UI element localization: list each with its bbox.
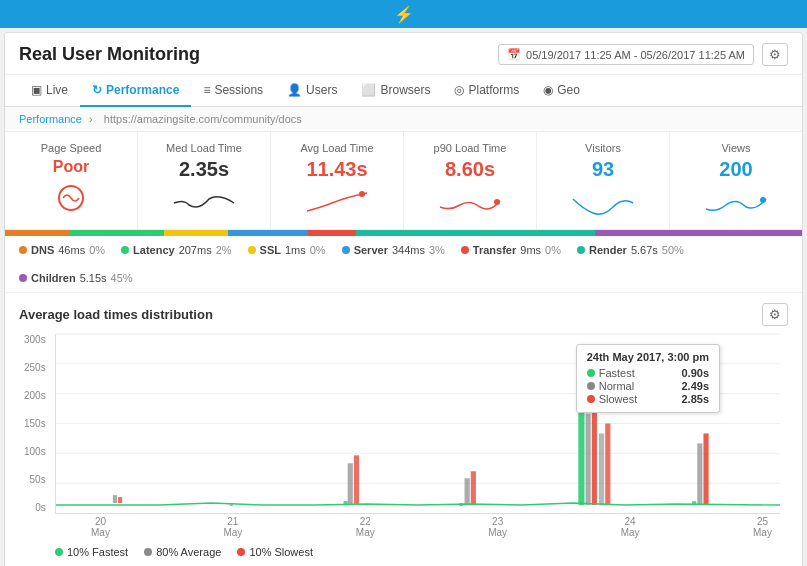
- progress-bar: [5, 230, 802, 236]
- x-label-23: 23May: [488, 516, 507, 538]
- legend-item-children: Children 5.15s 45%: [19, 272, 133, 284]
- sparkline-views: [684, 187, 788, 219]
- chart-legend-dot-slowest: [237, 548, 245, 556]
- chart-title: Average load times distribution: [19, 307, 213, 322]
- metric-views: Views 200: [670, 132, 802, 229]
- svg-point-2: [494, 199, 500, 205]
- legend-val: 1ms: [285, 244, 306, 256]
- tooltip-dot-slowest: [587, 395, 595, 403]
- legend-name: Children: [31, 272, 76, 284]
- sessions-icon: ≡: [203, 83, 210, 97]
- legend-row: DNS 46ms 0% Latency 207ms 2% SSL 1ms 0% …: [5, 236, 802, 293]
- tooltip-label-fastest: Fastest: [599, 367, 635, 379]
- legend-dot: [121, 246, 129, 254]
- sparkline-avg-load: [285, 187, 389, 219]
- legend-dot: [19, 274, 27, 282]
- x-label-20: 20May: [91, 516, 110, 538]
- metric-value-visitors: 93: [551, 158, 655, 181]
- legend-val: 5.15s: [80, 272, 107, 284]
- tooltip-row-slowest: Slowest 2.85s: [587, 393, 709, 405]
- tab-users[interactable]: 👤 Users: [275, 75, 349, 107]
- y-labels: 300s 250s 200s 150s 100s 50s 0s: [24, 334, 46, 513]
- breadcrumb: Performance › https://amazingsite.com/co…: [5, 107, 802, 132]
- legend-name: Latency: [133, 244, 175, 256]
- svg-rect-11: [118, 497, 122, 503]
- tab-live[interactable]: ▣ Live: [19, 75, 80, 107]
- legend-name: DNS: [31, 244, 54, 256]
- legend-item-transfer: Transfer 9ms 0%: [461, 244, 561, 256]
- chart-legend-fastest: 10% Fastest: [55, 546, 128, 558]
- svg-point-3: [760, 197, 766, 203]
- tooltip-label-slowest: Slowest: [599, 393, 638, 405]
- metric-value-views: 200: [684, 158, 788, 181]
- svg-rect-21: [592, 404, 597, 505]
- lightning-icon: ⚡: [394, 5, 414, 24]
- nav-tabs: ▣ Live ↻ Performance ≡ Sessions 👤 Users …: [5, 75, 802, 107]
- chart-settings-button[interactable]: ⚙: [762, 303, 788, 326]
- tab-sessions[interactable]: ≡ Sessions: [191, 75, 275, 107]
- legend-pct: 3%: [429, 244, 445, 256]
- legend-item-render: Render 5.67s 50%: [577, 244, 684, 256]
- chart-legend-dot-fastest: [55, 548, 63, 556]
- metric-page-speed: Page Speed Poor: [5, 132, 138, 229]
- legend-name: SSL: [260, 244, 281, 256]
- chart-legend-dot-normal: [144, 548, 152, 556]
- metric-label-page-speed: Page Speed: [19, 142, 123, 154]
- metric-p90-load: p90 Load Time 8.60s: [404, 132, 537, 229]
- legend-pct: 0%: [310, 244, 326, 256]
- legend-val: 9ms: [520, 244, 541, 256]
- svg-rect-14: [354, 455, 359, 505]
- x-label-25: 25May: [753, 516, 772, 538]
- legend-item-latency: Latency 207ms 2%: [121, 244, 232, 256]
- settings-button[interactable]: ⚙: [762, 43, 788, 66]
- legend-dot: [248, 246, 256, 254]
- metric-med-load: Med Load Time 2.35s: [138, 132, 271, 229]
- chart-legend-slowest: 10% Slowest: [237, 546, 313, 558]
- tab-performance[interactable]: ↻ Performance: [80, 75, 191, 107]
- metric-visitors: Visitors 93: [537, 132, 670, 229]
- sparkline-p90-load: [418, 187, 522, 219]
- breadcrumb-current: https://amazingsite.com/community/docs: [104, 113, 302, 125]
- platforms-icon: ◎: [454, 83, 464, 97]
- legend-dot: [461, 246, 469, 254]
- legend-val: 207ms: [179, 244, 212, 256]
- metric-label-visitors: Visitors: [551, 142, 655, 154]
- page-title: Real User Monitoring: [19, 44, 200, 65]
- metric-label-med-load: Med Load Time: [152, 142, 256, 154]
- header: Real User Monitoring 📅 05/19/2017 11:25 …: [5, 33, 802, 75]
- tab-platforms[interactable]: ◎ Platforms: [442, 75, 531, 107]
- metric-label-views: Views: [684, 142, 788, 154]
- tab-browsers[interactable]: ⬜ Browsers: [349, 75, 442, 107]
- chart-legend-bottom: 10% Fastest 80% Average 10% Slowest: [55, 546, 788, 558]
- breadcrumb-link[interactable]: Performance: [19, 113, 82, 125]
- svg-rect-25: [703, 433, 708, 505]
- legend-val: 5.67s: [631, 244, 658, 256]
- main-container: Real User Monitoring 📅 05/19/2017 11:25 …: [4, 32, 803, 566]
- chart-section: Average load times distribution ⚙ 300s 2…: [5, 293, 802, 566]
- svg-rect-24: [697, 443, 702, 505]
- date-range-text: 05/19/2017 11:25 AM - 05/26/2017 11:25 A…: [526, 49, 745, 61]
- calendar-icon: 📅: [507, 48, 521, 61]
- top-bar: ⚡: [0, 0, 807, 28]
- svg-rect-22: [599, 433, 604, 505]
- tooltip-dot-normal: [587, 382, 595, 390]
- legend-item-dns: DNS 46ms 0%: [19, 244, 105, 256]
- tab-geo[interactable]: ◉ Geo: [531, 75, 592, 107]
- live-icon: ▣: [31, 83, 42, 97]
- date-range[interactable]: 📅 05/19/2017 11:25 AM - 05/26/2017 11:25…: [498, 44, 754, 65]
- legend-pct: 45%: [111, 272, 133, 284]
- legend-dot: [577, 246, 585, 254]
- x-label-24: 24May: [621, 516, 640, 538]
- svg-point-1: [359, 191, 365, 197]
- users-icon: 👤: [287, 83, 302, 97]
- legend-val: 344ms: [392, 244, 425, 256]
- metric-label-avg-load: Avg Load Time: [285, 142, 389, 154]
- metric-value-p90-load: 8.60s: [418, 158, 522, 181]
- legend-name: Render: [589, 244, 627, 256]
- chart-area: 300s 250s 200s 150s 100s 50s 0s: [55, 334, 780, 514]
- legend-pct: 2%: [216, 244, 232, 256]
- legend-pct: 0%: [545, 244, 561, 256]
- sparkline-page-speed: [19, 182, 123, 214]
- svg-rect-20: [586, 414, 591, 505]
- breadcrumb-separator: ›: [89, 113, 93, 125]
